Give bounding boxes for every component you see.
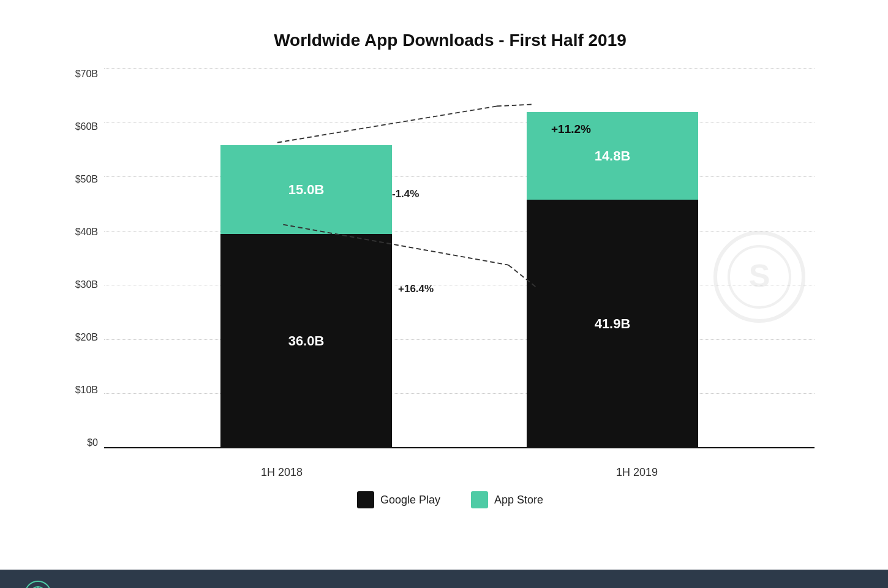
bar-bottom-label-2019: 41.9B: [595, 316, 631, 332]
footer-brand-sensor: Sensor: [61, 586, 111, 588]
legend-item-app-store: App Store: [471, 491, 543, 508]
footer-bar: SensorTower Data That Drives App Growth …: [0, 570, 888, 588]
legend-item-google-play: Google Play: [357, 491, 440, 508]
legend: Google Play App Store: [61, 485, 839, 521]
y-label-60: $60B: [75, 121, 104, 132]
legend-label-app-store: App Store: [494, 494, 543, 507]
y-label-50: $50B: [75, 174, 104, 185]
bar-top-2018: 15.0B: [220, 145, 392, 234]
bar-top-label-2018: 15.0B: [288, 182, 325, 198]
x-label-2018: 1H 2018: [261, 466, 303, 479]
y-label-70: $70B: [75, 69, 104, 80]
chart-title: Worldwide App Downloads - First Half 201…: [61, 31, 839, 50]
legend-swatch-google-play: [357, 491, 374, 508]
footer-brand-tower: Tower: [111, 586, 153, 588]
bar-bottom-2018: 36.0B: [220, 234, 392, 448]
annotation-google-play: +16.4%: [398, 283, 434, 295]
footer-logo-icon: [24, 581, 51, 588]
x-labels: 1H 2018 1H 2019: [104, 466, 815, 479]
bar-bottom-2019: 41.9B: [527, 200, 698, 448]
bar-group-2018: 15.0B 36.0B: [220, 145, 392, 448]
chart-inner: S $0 $10B $20B $30B $40B $50B $60B $70B: [61, 69, 839, 485]
bar-stack-2018: 15.0B 36.0B: [220, 145, 392, 448]
chart-wrapper: Worldwide App Downloads - First Half 201…: [0, 0, 888, 588]
bars-container: 15.0B 36.0B 14.8B: [104, 69, 815, 448]
bar-bottom-label-2018: 36.0B: [288, 333, 325, 349]
y-label-0: $0: [87, 437, 104, 448]
y-label-40: $40B: [75, 227, 104, 238]
legend-swatch-app-store: [471, 491, 488, 508]
legend-label-google-play: Google Play: [380, 494, 440, 507]
bar-top-label-2019: 14.8B: [595, 148, 631, 164]
footer-left: SensorTower Data That Drives App Growth: [24, 581, 325, 588]
chart-area: Worldwide App Downloads - First Half 201…: [0, 0, 888, 570]
bar-stack-2019: 14.8B 41.9B: [527, 112, 698, 448]
x-label-2019: 1H 2019: [616, 466, 658, 479]
bar-group-2019: 14.8B 41.9B: [527, 112, 698, 448]
y-axis: $0 $10B $20B $30B $40B $50B $60B $70B: [61, 69, 104, 448]
y-label-10: $10B: [75, 385, 104, 396]
annotation-app-store: -1.4%: [392, 188, 419, 200]
footer-brand: SensorTower: [61, 586, 153, 588]
y-label-20: $20B: [75, 332, 104, 343]
annotation-total: +11.2%: [551, 123, 591, 136]
y-label-30: $30B: [75, 279, 104, 290]
